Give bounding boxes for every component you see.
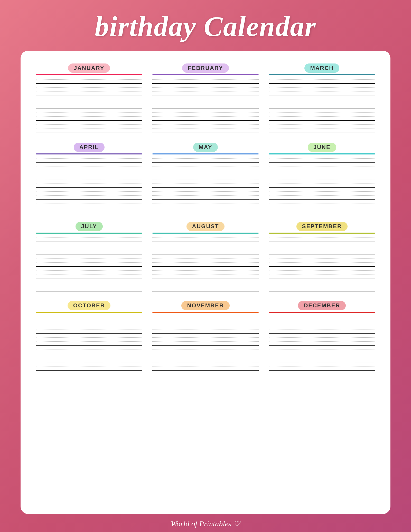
dotted-line-january — [36, 104, 142, 104]
solid-line-february — [152, 120, 258, 121]
month-august: AUGUST — [152, 222, 258, 293]
solid-line-march — [269, 108, 375, 108]
solid-line-april — [36, 162, 142, 163]
dotted-line-september — [269, 246, 375, 246]
dotted-line-september — [269, 287, 375, 287]
dotted-line-december — [269, 350, 375, 350]
dotted-line-october — [36, 354, 142, 354]
month-header-march: MARCH — [269, 63, 375, 73]
month-badge-september: SEPTEMBER — [296, 222, 348, 231]
dotted-line-february — [152, 100, 258, 100]
month-underline-august — [152, 233, 258, 234]
dotted-line-march — [269, 116, 375, 117]
solid-line-march — [269, 133, 375, 133]
solid-line-january — [36, 96, 142, 96]
row-separator — [152, 135, 258, 143]
month-underline-july — [36, 233, 142, 234]
solid-line-may — [152, 212, 258, 212]
dotted-line-september — [269, 262, 375, 263]
dotted-line-january — [36, 124, 142, 125]
main-card: JANUARYFEBRUARYMARCHAPRILMAYJUNEJULYAUGU… — [21, 51, 390, 514]
dotted-line-october — [36, 329, 142, 329]
dotted-line-december — [269, 317, 375, 317]
month-header-october: OCTOBER — [36, 301, 142, 310]
dotted-line-july — [36, 237, 142, 238]
dotted-line-august — [152, 283, 258, 283]
dotted-line-june — [269, 171, 375, 171]
dotted-line-march — [269, 129, 375, 129]
row-separator — [36, 135, 142, 143]
dotted-line-august — [152, 258, 258, 259]
dotted-line-august — [152, 287, 258, 287]
dotted-line-march — [269, 79, 375, 80]
month-underline-october — [36, 312, 142, 313]
dotted-line-june — [269, 167, 375, 167]
dotted-line-january — [36, 112, 142, 113]
month-october: OCTOBER — [36, 301, 142, 372]
month-header-august: AUGUST — [152, 222, 258, 231]
month-underline-may — [152, 153, 258, 154]
dotted-line-october — [36, 337, 142, 338]
dotted-line-february — [152, 129, 258, 129]
row-separator — [152, 293, 258, 301]
solid-line-june — [269, 162, 375, 163]
solid-line-july — [36, 254, 142, 254]
month-header-april: APRIL — [36, 143, 142, 152]
dotted-line-march — [269, 91, 375, 92]
dotted-line-june — [269, 195, 375, 196]
month-underline-march — [269, 74, 375, 75]
dotted-line-october — [36, 341, 142, 342]
month-header-january: JANUARY — [36, 63, 142, 73]
dotted-line-november — [152, 354, 258, 354]
dotted-line-january — [36, 116, 142, 117]
solid-line-december — [269, 358, 375, 358]
dotted-line-july — [36, 250, 142, 250]
month-header-november: NOVEMBER — [152, 301, 258, 310]
solid-line-april — [36, 187, 142, 188]
month-underline-january — [36, 74, 142, 75]
solid-line-october — [36, 358, 142, 358]
dotted-line-april — [36, 167, 142, 167]
dotted-line-may — [152, 204, 258, 204]
dotted-line-july — [36, 246, 142, 246]
dotted-line-february — [152, 79, 258, 80]
solid-line-january — [36, 83, 142, 84]
solid-line-january — [36, 120, 142, 121]
dotted-line-january — [36, 87, 142, 88]
solid-line-may — [152, 199, 258, 200]
dotted-line-february — [152, 87, 258, 88]
month-badge-may: MAY — [193, 143, 218, 152]
dotted-line-july — [36, 270, 142, 271]
solid-line-october — [36, 370, 142, 371]
solid-line-december — [269, 333, 375, 334]
solid-line-january — [36, 108, 142, 108]
solid-line-march — [269, 120, 375, 121]
dotted-line-september — [269, 270, 375, 271]
dotted-line-august — [152, 274, 258, 275]
dotted-line-september — [269, 258, 375, 259]
month-underline-february — [152, 74, 258, 75]
solid-line-august — [152, 266, 258, 267]
month-january: JANUARY — [36, 63, 142, 135]
page-title: birthday Calendar — [95, 0, 316, 51]
dotted-line-november — [152, 317, 258, 317]
dotted-line-february — [152, 112, 258, 113]
dotted-line-november — [152, 329, 258, 329]
dotted-line-june — [269, 179, 375, 179]
dotted-line-november — [152, 366, 258, 366]
month-header-june: JUNE — [269, 143, 375, 152]
month-badge-april: APRIL — [74, 143, 105, 152]
solid-line-june — [269, 175, 375, 175]
dotted-line-march — [269, 100, 375, 100]
dotted-line-october — [36, 317, 142, 317]
month-may: MAY — [152, 143, 258, 214]
dotted-line-october — [36, 325, 142, 325]
dotted-line-february — [152, 116, 258, 117]
dotted-line-january — [36, 79, 142, 80]
dotted-line-june — [269, 183, 375, 184]
dotted-line-december — [269, 329, 375, 329]
solid-line-february — [152, 108, 258, 108]
dotted-line-march — [269, 112, 375, 113]
solid-line-january — [36, 133, 142, 133]
dotted-line-may — [152, 171, 258, 171]
